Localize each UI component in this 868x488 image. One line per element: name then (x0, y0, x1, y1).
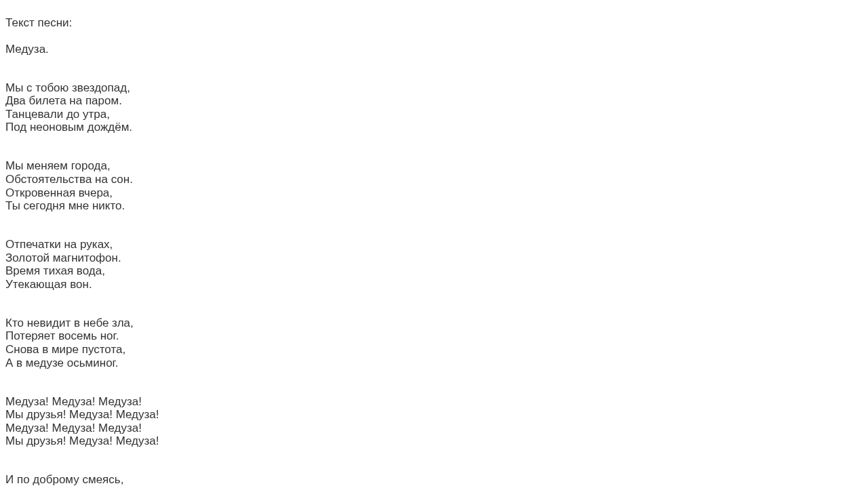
lyrics-container: Текст песни: Медуза. Мы с тобою звездопа… (5, 3, 863, 488)
lyrics-stanza: И по доброму смеясь, Нажимаю на курок. У… (5, 473, 863, 488)
song-title: Медуза. (5, 43, 863, 56)
lyrics-stanza: Медуза! Медуза! Медуза! Мы друзья! Медуз… (5, 395, 863, 448)
lyrics-stanza: Кто невидит в небе зла, Потеряет восемь … (5, 317, 863, 369)
lyrics-header: Текст песни: (5, 16, 863, 30)
lyrics-stanza: Мы меняем города, Обстоятельства на сон.… (5, 159, 863, 212)
lyrics-stanza: Отпечатки на руках, Золотой магнитофон. … (5, 238, 863, 291)
lyrics-stanza: Мы с тобою звездопад, Два билета на паро… (5, 81, 863, 134)
